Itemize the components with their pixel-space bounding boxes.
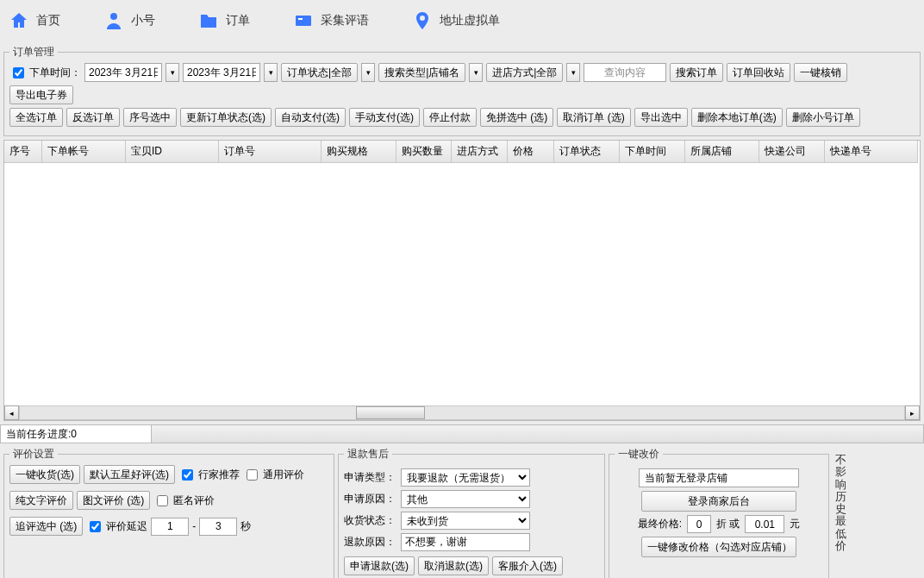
location-icon [412, 10, 433, 31]
nav-alt[interactable]: 小号 [103, 10, 155, 31]
nav-virtual[interactable]: 地址虚拟单 [412, 10, 500, 31]
scroll-track[interactable] [19, 405, 905, 420]
apply-type-label: 申请类型： [344, 470, 396, 485]
top-nav: 首页 小号 订单 采集评语 地址虚拟单 [0, 0, 924, 41]
final-price-label: 最终价格: [638, 517, 682, 531]
delay-dash: - [192, 520, 196, 532]
apply-reason-label: 申请原因： [344, 492, 396, 506]
order-toolbar-row1: 下单时间： ▾ ▾ 订单状态|全部 ▾ 搜索类型|店铺名 ▾ 进店方式|全部 ▾… [9, 63, 915, 104]
side-note: 不影响历史最低价 [833, 447, 848, 578]
delay-to-input[interactable] [199, 518, 237, 536]
table-col-12[interactable]: 快递单号 [824, 141, 917, 163]
order-status-button[interactable]: 订单状态|全部 [281, 63, 358, 82]
stop-pay-button[interactable]: 停止付款 [423, 108, 477, 127]
horizontal-scrollbar[interactable]: ◂ ▸ [4, 405, 920, 420]
search-type-dropdown-icon[interactable]: ▾ [469, 63, 483, 82]
enter-mode-button[interactable]: 进店方式|全部 [486, 63, 563, 82]
nav-home-label: 首页 [36, 13, 60, 28]
refund-reason-input[interactable] [401, 533, 530, 551]
delay-unit: 秒 [240, 519, 251, 534]
serial-sel-button[interactable]: 序号选中 [123, 108, 177, 127]
table-col-0[interactable]: 序号 [4, 141, 41, 163]
nav-home[interactable]: 首页 [9, 10, 60, 31]
auto-pay-button[interactable]: 自动支付(选) [275, 108, 346, 127]
login-merchant-button[interactable]: 登录商家后台 [641, 491, 796, 512]
table-col-4[interactable]: 购买规格 [322, 141, 396, 163]
nav-orders[interactable]: 订单 [198, 10, 250, 31]
anon-eval-checkbox[interactable]: 匿名评价 [153, 493, 215, 509]
table-col-10[interactable]: 所属店铺 [684, 141, 759, 163]
recycle-button[interactable]: 订单回收站 [727, 63, 790, 82]
default-5star-button[interactable]: 默认五星好评(选) [84, 465, 175, 484]
append-sel-button[interactable]: 追评选中 (选) [9, 517, 83, 536]
search-input[interactable] [584, 63, 666, 82]
date-to-dropdown-icon[interactable]: ▾ [264, 63, 278, 82]
progress-bar [152, 424, 924, 443]
enter-mode-dropdown-icon[interactable]: ▾ [566, 63, 580, 82]
generic-eval-checkbox[interactable]: 通用评价 [243, 467, 304, 483]
export-sel-button[interactable]: 导出选中 [634, 108, 688, 127]
refund-group: 退款售后 申请类型： 我要退款（无需退货） 申请原因： 其他 收货状态： 未收到… [338, 447, 605, 578]
free-join-button[interactable]: 免拼选中 (选) [480, 108, 553, 127]
discount-unit: 折 或 [716, 517, 740, 531]
delay-from-input[interactable] [151, 518, 189, 536]
scroll-thumb[interactable] [356, 406, 425, 419]
eval-legend: 评价设置 [9, 447, 58, 462]
nav-alt-label: 小号 [131, 13, 155, 28]
table-col-7[interactable]: 价格 [508, 141, 554, 163]
cs-intervene-button[interactable]: 客服介入(选) [492, 556, 563, 575]
search-type-button[interactable]: 搜索类型|店铺名 [378, 63, 465, 82]
date-from-input[interactable] [84, 63, 162, 82]
place-time-checkbox[interactable]: 下单时间： [9, 65, 81, 81]
search-order-button[interactable]: 搜索订单 [670, 63, 723, 82]
table-col-2[interactable]: 宝贝ID [126, 141, 219, 163]
scroll-left-icon[interactable]: ◂ [4, 405, 19, 420]
table-col-9[interactable]: 下单时间 [619, 141, 684, 163]
order-management-group: 订单管理 下单时间： ▾ ▾ 订单状态|全部 ▾ 搜索类型|店铺名 ▾ 进店方式… [3, 45, 921, 136]
place-time-label: 下单时间： [29, 66, 81, 80]
table-col-6[interactable]: 进店方式 [452, 141, 508, 163]
eval-delay-checkbox[interactable]: 评价延迟 [86, 518, 147, 535]
text-eval-button[interactable]: 纯文字评价 [9, 491, 73, 510]
price-group: 一键改价 当前暂无登录店铺 登录商家后台 最终价格: 折 或 元 一键修改价格（… [609, 447, 829, 578]
scroll-right-icon[interactable]: ▸ [905, 405, 920, 420]
refund-reason-label: 退款原因： [344, 535, 396, 550]
table-col-11[interactable]: 快递公司 [759, 141, 825, 163]
table-col-1[interactable]: 下单帐号 [41, 141, 125, 163]
cancel-order-button[interactable]: 取消订单 (选) [557, 108, 630, 127]
apply-refund-button[interactable]: 申请退款(选) [344, 556, 415, 575]
table-col-3[interactable]: 订单号 [219, 141, 322, 163]
date-from-dropdown-icon[interactable]: ▾ [165, 63, 179, 82]
place-time-cb[interactable] [13, 67, 24, 79]
progress-label: 当前任务进度:0 [0, 424, 152, 443]
order-status-dropdown-icon[interactable]: ▾ [361, 63, 375, 82]
receive-status-select[interactable]: 未收到货 [401, 512, 530, 530]
nav-collect[interactable]: 采集评语 [293, 10, 369, 31]
receive-status-label: 收货状态： [344, 513, 396, 528]
card-icon [293, 10, 314, 31]
price-input[interactable] [745, 515, 784, 533]
date-to-input[interactable] [183, 63, 260, 82]
manual-pay-button[interactable]: 手动支付(选) [349, 108, 420, 127]
apply-reason-select[interactable]: 其他 [401, 490, 530, 508]
update-status-button[interactable]: 更新订单状态(选) [180, 108, 272, 127]
modify-price-button[interactable]: 一键修改价格（勾选对应店铺） [641, 537, 796, 557]
export-voucher-button[interactable]: 导出电子券 [9, 85, 73, 104]
one-click-cancel-button[interactable]: 一键核销 [794, 63, 847, 82]
table-col-5[interactable]: 购买数量 [396, 141, 452, 163]
del-alt-button[interactable]: 删除小号订单 [786, 108, 860, 127]
apply-type-select[interactable]: 我要退款（无需退货） [401, 468, 530, 487]
expert-rec-checkbox[interactable]: 行家推荐 [178, 467, 240, 483]
refund-legend: 退款售后 [344, 447, 392, 462]
cancel-refund-button[interactable]: 取消退款(选) [418, 556, 489, 575]
del-local-button[interactable]: 删除本地订单(选) [691, 108, 783, 127]
invert-sel-button[interactable]: 反选订单 [66, 108, 120, 127]
discount-input[interactable] [687, 515, 711, 533]
img-eval-button[interactable]: 图文评价 (选) [77, 491, 150, 510]
svg-point-0 [110, 13, 117, 20]
table-col-8[interactable]: 订单状态 [554, 141, 620, 163]
eval-settings-group: 评价设置 一键收货(选) 默认五星好评(选) 行家推荐 通用评价 纯文字评价 图… [3, 447, 334, 578]
select-all-button[interactable]: 全选订单 [9, 108, 63, 127]
one-click-receive-button[interactable]: 一键收货(选) [9, 465, 80, 484]
home-icon [9, 10, 29, 31]
